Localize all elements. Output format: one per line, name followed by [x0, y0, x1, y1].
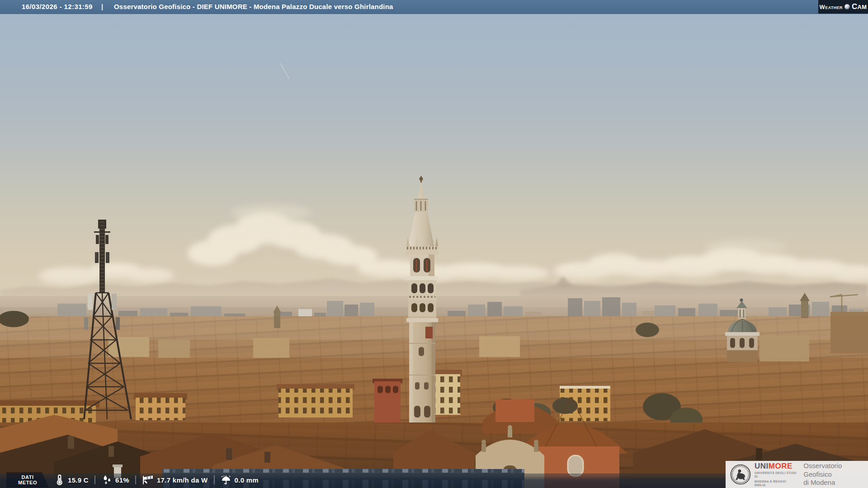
observatory-line1: Osservatorio Geofisico	[803, 462, 868, 479]
thermometer-icon	[55, 474, 65, 485]
unimore-uni-text: UNI	[755, 462, 769, 470]
unimore-seal-icon	[730, 464, 751, 485]
rain-value: 0.0 mm	[235, 476, 259, 484]
dati-line1: DATI	[21, 474, 33, 480]
wind-value: 17.7 km/h da W	[157, 476, 208, 484]
weathercam-ball-icon	[844, 4, 850, 10]
unimore-branding: UNIMORE UNIVERSITÀ DEGLI STUDI DI MODENA…	[726, 461, 868, 488]
windsock-icon	[142, 474, 154, 485]
weathercam-word2: Cam	[852, 2, 867, 11]
timestamp: 16/03/2026 - 12:31:59	[22, 0, 93, 14]
unimore-wordmark: UNIMORE UNIVERSITÀ DEGLI STUDI DI MODENA…	[755, 462, 798, 487]
humidity-value: 61%	[115, 476, 129, 484]
weather-divider	[214, 475, 215, 484]
rain-item: 0.0 mm	[221, 474, 259, 485]
webcam-frame: 16/03/2026 - 12:31:59 | Osservatorio Geo…	[0, 0, 868, 488]
weather-data-bar: DATI METEO 15.9 C 61% 17.7 km/h da W	[6, 472, 259, 488]
weathercam-logo: Weather Cam	[818, 0, 868, 14]
university-name-line2: MODENA E REGGIO EMILIA	[755, 480, 798, 487]
title-separator: |	[101, 0, 103, 14]
wind-item: 17.7 km/h da W	[142, 474, 208, 485]
humidity-drops-icon	[101, 474, 112, 485]
weather-divider	[135, 475, 136, 484]
city-panorama	[0, 14, 868, 488]
humidity-item: 61%	[101, 474, 129, 485]
temperature-value: 15.9 C	[68, 476, 89, 484]
page-title: Osservatorio Geofisico - DIEF UNIMORE - …	[114, 0, 393, 14]
umbrella-rain-icon	[221, 474, 231, 485]
weathercam-word1: Weather	[820, 4, 843, 10]
title-bar: 16/03/2026 - 12:31:59 | Osservatorio Geo…	[0, 0, 868, 14]
observatory-line2: di Modena	[803, 479, 868, 487]
unimore-more-text: MORE	[769, 462, 793, 470]
weather-divider	[94, 475, 95, 484]
dati-meteo-label: DATI METEO	[6, 472, 49, 488]
observatory-name: Osservatorio Geofisico di Modena	[803, 462, 868, 487]
temperature-item: 15.9 C	[55, 474, 89, 485]
dati-line2: METEO	[18, 480, 37, 485]
university-name-line1: UNIVERSITÀ DEGLI STUDI DI	[755, 471, 798, 479]
